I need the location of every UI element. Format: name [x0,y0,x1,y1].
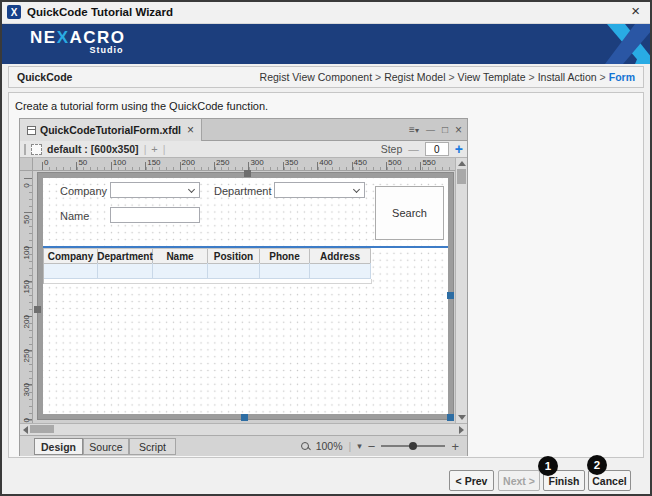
breadcrumb-step: Regist View Component [260,71,372,83]
divider: | [349,440,352,452]
toolbar-separator: | [163,143,166,155]
horizontal-scrollbar[interactable] [20,423,467,435]
name-label: Name [60,210,89,222]
next-button[interactable]: Next > [498,470,540,491]
selection-handle-bottom[interactable] [241,414,248,421]
breadcrumb-title: QuickCode [17,71,72,83]
restore-icon[interactable]: □ [442,125,448,135]
ruler-label: 0 [44,158,48,167]
grid-cell[interactable] [44,263,98,279]
ruler-label: 0 [22,181,31,191]
ruler-tick [42,162,43,170]
wizard-window: X QuickCode Tutorial Wizard × NEXACRO St… [0,0,652,496]
ruler-tick [386,162,387,170]
minimize-icon[interactable]: — [426,125,435,135]
grid-column-header[interactable]: Department [98,249,153,264]
breadcrumb-separator: > [597,71,609,83]
selection-handle-right[interactable] [447,292,454,299]
ruler-tick [76,162,77,170]
selection-handle-bottom-right[interactable] [447,414,454,421]
ruler-label: 150 [147,158,160,167]
ruler-label: 550 [422,158,435,167]
breadcrumb-step: Regist Model [384,71,445,83]
horizontal-scroll-thumb[interactable] [30,425,54,433]
ruler-label: 300 [22,387,31,397]
zoom-slider[interactable] [381,445,445,447]
tab-list-menu-icon[interactable]: ≡▾ [409,125,419,136]
zoom-out-button[interactable]: − [368,439,376,454]
grid-data-row [44,263,371,279]
search-button[interactable]: Search [375,186,444,240]
ruler-label: 250 [216,158,229,167]
grid-header-row: CompanyDepartmentNamePositionPhoneAddres… [44,248,371,263]
ruler-tick [145,162,146,170]
grid-column-header[interactable]: Address [310,249,371,264]
prev-button[interactable]: < Prev [449,470,494,491]
zoom-dropdown-icon[interactable]: ▾ [357,441,362,451]
grid-cell[interactable] [153,263,208,279]
ruler-tick [24,212,32,213]
ruler-label: 50 [78,158,87,167]
brand-banner: NEXACRO Studio [0,24,652,64]
ruler-tick [180,162,181,170]
layout-label[interactable]: default : [600x350] [47,143,139,155]
zoom-value[interactable]: 100% [316,440,343,452]
add-layout-button[interactable]: + [151,143,157,155]
ruler-tick [352,162,353,170]
grid-column-header[interactable]: Position [208,249,260,264]
department-combo[interactable] [274,182,365,198]
department-label: Department [214,185,271,197]
ruler-label: 300 [250,158,263,167]
close-icon[interactable]: × [455,125,462,135]
scroll-left-icon[interactable] [23,426,28,434]
scroll-up-icon[interactable] [458,161,466,166]
grid-cell[interactable] [98,263,153,279]
layout-marquee-icon[interactable] [31,144,42,155]
tab-script[interactable]: Script [129,438,176,455]
title-bar: X QuickCode Tutorial Wizard × [0,0,652,24]
name-input[interactable] [110,207,200,223]
breadcrumb-bar: QuickCode Regist View Component>Regist M… [8,66,644,88]
chevron-down-icon [353,186,360,193]
tab-source[interactable]: Source [83,438,129,455]
designer-toolbar: default : [600x350] | + | Step — 0 + [20,141,467,158]
tab-design[interactable]: Design [34,438,83,455]
ruler-corner [20,158,33,171]
step-value-input[interactable]: 0 [425,142,449,156]
mdi-window-controls: ≡▾ — □ × [409,119,462,141]
tab-close-icon[interactable]: × [187,123,194,137]
ruler-tick [24,178,32,179]
zoom-slider-handle[interactable] [409,442,417,450]
step-increment-button[interactable]: + [455,143,463,155]
vertical-ruler: 050100150200250300350 [20,171,33,423]
form-frame[interactable]: Company Department Name Search CompanyDe… [37,172,454,420]
selection-handle-top[interactable] [244,170,251,177]
selection-handle-left[interactable] [34,306,41,313]
vertical-scrollbar[interactable] [455,158,467,423]
ruler-tick [111,162,112,170]
grid-column-header[interactable]: Phone [260,249,310,264]
zoom-in-button[interactable]: + [451,439,459,454]
grid-column-header[interactable]: Name [153,249,208,264]
window-close-icon[interactable]: × [627,0,644,24]
window-title: QuickCode Tutorial Wizard [27,0,173,24]
toolbar-separator: | [144,143,147,155]
scroll-down-icon[interactable] [458,415,466,420]
company-label: Company [60,185,107,197]
grid-cell[interactable] [260,263,310,279]
magnifier-icon [301,442,310,451]
step-label: Step [381,143,403,155]
vertical-scroll-thumb[interactable] [457,169,466,184]
form-canvas[interactable]: Company Department Name Search CompanyDe… [43,178,448,414]
form-designer-window: QuickCodeTutorialForm.xfdl × ≡▾ — □ × de… [19,118,468,456]
step-decrement-button[interactable]: — [408,143,419,155]
grid-cell[interactable] [310,263,371,279]
callout-badge-2: 2 [587,455,607,475]
ruler-tick [317,162,318,170]
scroll-right-icon[interactable] [459,426,464,434]
result-grid[interactable]: CompanyDepartmentNamePositionPhoneAddres… [43,248,371,284]
company-combo[interactable] [110,182,200,198]
grid-column-header[interactable]: Company [44,249,98,264]
tab-quickcodetutorialform[interactable]: QuickCodeTutorialForm.xfdl × [20,119,202,141]
grid-cell[interactable] [208,263,260,279]
